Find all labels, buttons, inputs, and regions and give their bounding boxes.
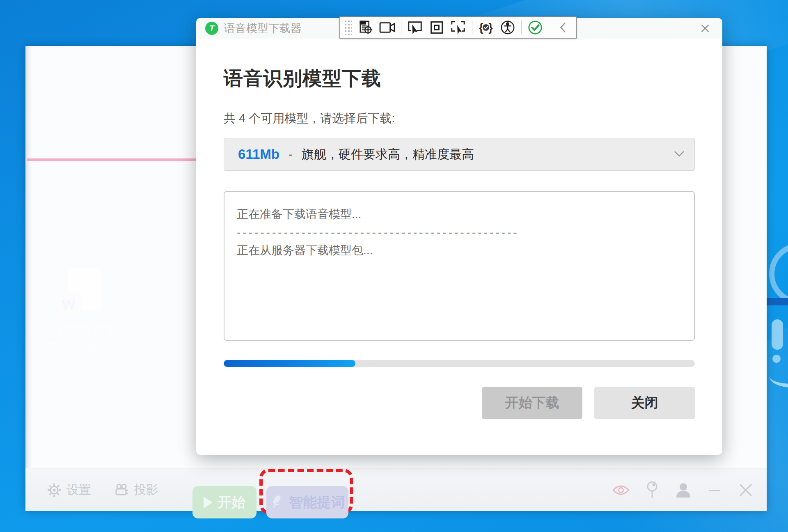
capture-toolbar: { } xyxy=(339,16,577,39)
download-log: 正在准备下载语音模型... --------------------------… xyxy=(224,191,695,341)
bottom-toolbar: 设置 投影 开始 xyxy=(25,468,767,511)
drag-handle[interactable] xyxy=(343,19,352,36)
download-progress-bar xyxy=(224,360,695,367)
wallpaper-art-arc xyxy=(769,243,788,305)
accessibility-icon[interactable] xyxy=(497,18,518,37)
smart-teleprompter-button[interactable]: 智能提词 xyxy=(266,486,348,518)
start-button[interactable]: 开始 xyxy=(192,486,257,518)
word-doc-badge: W xyxy=(57,293,80,316)
collapse-icon[interactable] xyxy=(553,18,573,37)
dialog-buttons: 开始下载 关闭 xyxy=(224,387,695,419)
dialog-body: 语音识别模型下载 共 4 个可用模型，请选择后下载: 611Mb - 旗舰，硬件… xyxy=(196,66,722,419)
start-label: 开始 xyxy=(218,493,245,512)
toolbar-separator xyxy=(472,21,472,34)
desktop: W 预防校园欺凌、防性侵... 设置 xyxy=(0,0,788,532)
log-line: 正在准备下载语音模型... xyxy=(237,205,682,223)
code-check-icon[interactable]: { } xyxy=(476,18,496,37)
cursor-click-icon[interactable] xyxy=(405,18,425,37)
element-inspector-icon[interactable] xyxy=(356,18,376,37)
dialog-heading: 语音识别模型下载 xyxy=(224,66,695,92)
teleprompter-label: 智能提词 xyxy=(289,493,345,512)
close-dialog-button[interactable]: 关闭 xyxy=(594,387,695,419)
play-icon xyxy=(204,497,213,508)
log-divider: ----------------------------------------… xyxy=(237,223,682,241)
pin-icon[interactable] xyxy=(644,482,661,499)
settings-label: 设置 xyxy=(66,482,91,498)
settings-button[interactable]: 设置 xyxy=(47,468,91,511)
word-doc-shortcut[interactable]: W 预防校园欺凌、防性侵... xyxy=(44,268,126,357)
log-line: 正在从服务器下载模型包... xyxy=(237,241,682,259)
doc-shortcut-label: 预防校园欺凌、防性侵... xyxy=(44,321,126,357)
dialog-close-icon[interactable] xyxy=(699,22,712,35)
model-size-value: 611Mb xyxy=(238,147,279,162)
download-progress-fill xyxy=(224,360,355,367)
check-passed-icon[interactable] xyxy=(525,18,545,37)
dialog-window-title: 语音模型下载器 xyxy=(224,21,302,36)
model-separator: - xyxy=(289,147,293,161)
model-download-dialog: T 语音模型下载器 语音识别模型下载 共 4 个可用模型，请选择后下载: 611… xyxy=(196,18,722,455)
wallpaper-art-arc2 xyxy=(769,365,788,388)
svg-text:{: { xyxy=(479,21,483,34)
toolbar-separator xyxy=(521,21,522,34)
projection-button[interactable]: 投影 xyxy=(114,468,158,511)
gear-icon xyxy=(47,483,62,498)
region-capture-icon[interactable] xyxy=(426,18,447,37)
model-select-dropdown[interactable]: 611Mb - 旗舰，硬件要求高，精准度最高 xyxy=(224,138,695,171)
model-description: 旗舰，硬件要求高，精准度最高 xyxy=(302,146,474,163)
microphone-icon xyxy=(270,495,284,510)
toolbar-separator xyxy=(401,21,401,34)
dialog-subtitle: 共 4 个可用模型，请选择后下载: xyxy=(224,110,695,127)
projector-icon xyxy=(114,483,129,498)
wallpaper-art-glyph xyxy=(772,319,783,350)
word-doc-icon: W xyxy=(68,268,102,310)
bottom-toolbar-right xyxy=(612,468,767,511)
app-badge-icon: T xyxy=(205,22,218,35)
eye-icon[interactable] xyxy=(612,482,630,499)
element-select-icon[interactable] xyxy=(448,18,468,37)
projection-label: 投影 xyxy=(134,482,158,498)
wallpaper-art-dot xyxy=(772,355,781,363)
start-download-button[interactable]: 开始下载 xyxy=(482,387,582,419)
chevron-down-icon xyxy=(674,151,685,159)
wallpaper-art-band xyxy=(767,298,788,305)
close-window-icon[interactable] xyxy=(737,482,754,499)
user-icon[interactable] xyxy=(675,482,692,499)
pink-stroke-line xyxy=(27,158,196,161)
toolbar-separator xyxy=(549,21,549,34)
screen-recorder-icon[interactable] xyxy=(377,18,397,37)
minimize-icon[interactable] xyxy=(706,482,723,499)
